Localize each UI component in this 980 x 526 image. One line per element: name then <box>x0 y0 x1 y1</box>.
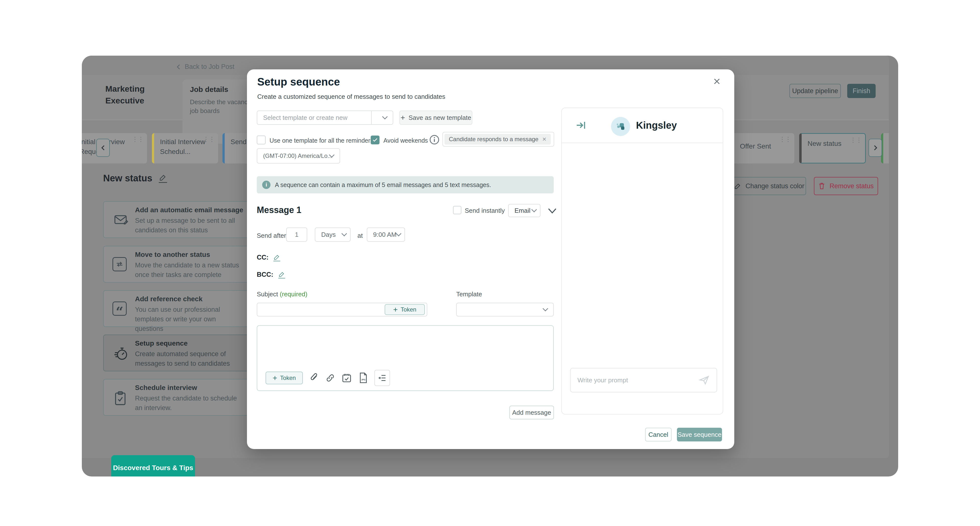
edit-bcc-icon[interactable] <box>278 271 285 279</box>
back-to-job-post-link[interactable]: Back to Job Post <box>176 63 234 70</box>
back-link-label: Back to Job Post <box>185 63 234 70</box>
chevron-down-icon <box>542 306 548 312</box>
edit-status-name-icon[interactable] <box>159 174 167 183</box>
avoid-weekends-label: Avoid weekends <box>383 137 428 144</box>
stopwatch-icon <box>114 347 128 361</box>
subject-label: Subject (required) <box>257 290 307 298</box>
sequence-template-select[interactable]: Select template or create new <box>257 110 393 125</box>
cancel-button[interactable]: Cancel <box>645 428 671 442</box>
drag-handle-icon[interactable]: ⋮⋮ <box>132 137 143 142</box>
template-label: Template <box>456 290 482 298</box>
kingsley-logo-icon <box>615 121 626 132</box>
calendar-check-icon[interactable] <box>342 373 352 383</box>
svg-text:JPG: JPG <box>361 378 366 381</box>
action-card-schedule-interview[interactable]: Schedule interview Request the candidate… <box>103 379 261 416</box>
drag-handle-icon[interactable]: ⋮⋮ <box>850 137 862 143</box>
image-file-icon[interactable]: JPG <box>358 372 368 384</box>
action-card-title: Setup sequence <box>135 340 188 347</box>
avoid-weekends-checkbox[interactable] <box>371 135 380 144</box>
remove-chip-icon[interactable]: × <box>542 135 546 143</box>
channel-select[interactable]: Email <box>508 204 541 217</box>
prompt-placeholder: Write your prompt <box>578 376 698 384</box>
stage-card-initial-interview-scheduled[interactable]: Initial Interview Schedul... ⋮⋮ <box>152 133 218 164</box>
trigger-chip[interactable]: Candidate responds to a message × <box>444 134 551 145</box>
plus-icon: + <box>273 375 277 381</box>
trash-icon <box>818 182 825 190</box>
modal-subtitle: Create a customized sequence of messages… <box>257 93 445 100</box>
prompt-input[interactable]: Write your prompt <box>570 368 717 392</box>
repeat-icon <box>113 257 127 271</box>
action-card-automatic-email[interactable]: Add an automatic email message Set up a … <box>103 201 261 238</box>
banner-text: A sequence can contain a maximum of 5 em… <box>275 182 491 188</box>
cc-row: CC: <box>257 254 280 261</box>
discovered-tours-tips-button[interactable]: Discovered Tours & Tips <box>111 455 195 477</box>
stage-card-hired[interactable]: Hired <box>881 133 889 164</box>
at-label: at <box>358 232 363 239</box>
send-after-label: Send after <box>257 232 286 239</box>
kingsley-avatar <box>611 117 630 136</box>
stage-card-new-status[interactable]: New status ⋮⋮ <box>799 133 866 164</box>
required-label: (required) <box>280 290 307 298</box>
close-icon[interactable] <box>711 76 722 87</box>
quote-icon: “ <box>113 301 127 316</box>
save-sequence-button[interactable]: Save sequence <box>677 428 722 442</box>
edit-cc-icon[interactable] <box>274 254 280 261</box>
collapse-panel-icon[interactable] <box>575 120 587 131</box>
clipboard-check-icon <box>114 391 127 406</box>
delay-value-input[interactable]: 1 <box>286 228 307 242</box>
scroll-stages-left-button[interactable] <box>96 139 110 157</box>
check-icon <box>372 138 378 142</box>
action-card-title: Move to another status <box>135 251 210 258</box>
change-status-color-button[interactable]: Change status color <box>733 177 806 195</box>
send-prompt-icon[interactable] <box>698 375 710 386</box>
action-card-desc: Set up a message to be sent to all candi… <box>135 216 243 235</box>
action-card-reference-check[interactable]: “ Add reference check You can use our pr… <box>103 290 261 327</box>
plus-icon: + <box>393 306 398 313</box>
drag-handle-icon[interactable]: ⋮⋮ <box>779 137 791 142</box>
action-card-title: Add reference check <box>135 295 202 303</box>
remove-status-button[interactable]: Remove status <box>814 177 878 195</box>
sequence-limit-banner: i A sequence can contain a maximum of 5 … <box>257 176 554 193</box>
job-title: Marketing Executive <box>105 83 179 106</box>
scroll-stages-right-button[interactable] <box>869 139 882 157</box>
drag-handle-icon[interactable]: ⋮⋮ <box>203 137 215 142</box>
timezone-select[interactable]: (GMT-07:00) America/Lo... <box>257 148 340 164</box>
chevron-left-icon <box>100 144 106 151</box>
send-instantly-label: Send instantly <box>465 207 505 214</box>
template-select-placeholder: Select template or create new <box>263 114 347 121</box>
chevron-left-icon <box>176 63 181 70</box>
action-card-desc: You can use our professional templates o… <box>135 305 243 333</box>
subject-token-button[interactable]: + Token <box>385 304 425 315</box>
collapse-message-icon[interactable] <box>547 207 557 214</box>
delay-unit-select[interactable]: Days <box>315 228 351 242</box>
pencil-icon <box>734 183 741 190</box>
link-icon[interactable] <box>325 373 335 383</box>
save-as-new-template-button[interactable]: + Save as new template <box>399 110 473 125</box>
assistant-name: Kingsley <box>636 120 677 131</box>
chevron-down-icon <box>531 207 537 212</box>
info-filled-icon: i <box>262 181 270 189</box>
bcc-row: BCC: <box>257 271 285 279</box>
attachment-icon[interactable] <box>309 373 319 383</box>
action-card-setup-sequence[interactable]: Setup sequence Create automated sequence… <box>103 335 261 371</box>
stage-card-initial-interview-request[interactable]: Initial Interview Request ⋮⋮ <box>82 133 147 164</box>
action-card-move-status[interactable]: Move to another status Move the candidat… <box>103 246 261 283</box>
list-format-icon[interactable] <box>374 370 390 386</box>
use-one-template-checkbox[interactable] <box>257 135 266 144</box>
action-card-title: Schedule interview <box>135 384 197 392</box>
action-card-desc: Create automated sequence of messages to… <box>135 349 243 368</box>
chevron-down-icon <box>382 114 388 120</box>
update-pipeline-button[interactable]: Update pipeline <box>789 84 841 98</box>
send-time-select[interactable]: 9:00 AM <box>367 228 405 242</box>
body-token-button[interactable]: + Token <box>266 371 303 384</box>
message-body-editor[interactable]: + Token JPG <box>257 325 554 391</box>
info-icon[interactable] <box>429 135 439 145</box>
chevron-down-icon <box>396 231 402 236</box>
message-template-select[interactable] <box>456 303 554 316</box>
add-message-button[interactable]: Add message <box>509 406 554 419</box>
finish-button[interactable]: Finish <box>847 84 876 98</box>
stop-trigger-field[interactable]: Candidate responds to a message × <box>442 132 554 147</box>
setup-sequence-modal: Setup sequence Create a customized seque… <box>247 69 734 449</box>
assistant-header: Kingsley <box>562 108 723 143</box>
send-instantly-checkbox[interactable] <box>453 206 461 214</box>
